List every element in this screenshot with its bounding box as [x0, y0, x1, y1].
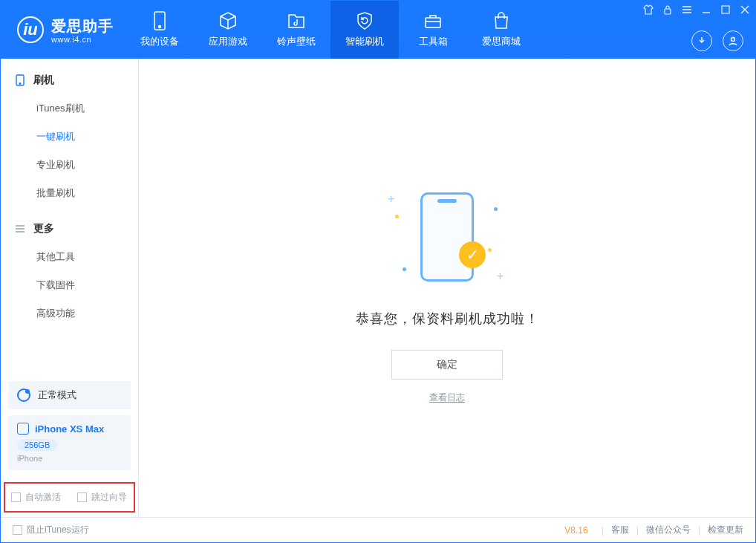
sidebar-item-oneclick-flash[interactable]: 一键刷机: [1, 123, 138, 151]
footer: 阻止iTunes运行 V8.16 | 客服 | 微信公众号 | 检查更新: [1, 517, 755, 542]
svg-point-5: [731, 38, 735, 42]
version-label: V8.16: [564, 525, 587, 536]
nav-label: 我的设备: [140, 35, 179, 48]
lock-icon[interactable]: [662, 4, 674, 16]
menu-icon[interactable]: [681, 4, 693, 16]
toolbox-icon: [423, 11, 443, 30]
sidebar-group-more: 更多: [1, 218, 138, 243]
sidebar-bottom: 正常模式 iPhone XS Max 256GB iPhone: [1, 377, 138, 481]
checkbox-icon: [11, 492, 21, 502]
sidebar-group-title: 更多: [33, 222, 54, 235]
phone-icon: [14, 74, 26, 86]
sidebar-item-download-firmware[interactable]: 下载固件: [1, 271, 138, 299]
nav-apps-games[interactable]: 应用游戏: [194, 1, 262, 59]
sidebar-group-title: 刷机: [33, 74, 54, 87]
svg-rect-2: [426, 18, 440, 27]
phone-icon: [420, 192, 474, 282]
app-title: 爱思助手: [51, 16, 114, 36]
sidebar-item-batch-flash[interactable]: 批量刷机: [1, 179, 138, 207]
view-log-link[interactable]: 查看日志: [429, 391, 465, 404]
sidebar-list-flash: iTunes刷机 一键刷机 专业刷机 批量刷机: [1, 94, 138, 207]
sidebar-item-itunes-flash[interactable]: iTunes刷机: [1, 94, 138, 123]
device-type: iPhone: [17, 454, 122, 463]
device-icon: [150, 11, 169, 30]
block-itunes-checkbox[interactable]: 阻止iTunes运行: [13, 524, 89, 536]
user-button[interactable]: [723, 30, 743, 51]
svg-rect-3: [665, 9, 671, 14]
nav-my-device[interactable]: 我的设备: [126, 1, 194, 59]
confirm-button[interactable]: 确定: [391, 350, 503, 380]
window-controls: [642, 4, 751, 16]
check-icon: ✓: [459, 241, 486, 268]
main-nav: 我的设备 应用游戏 铃声壁纸 智能刷机 工具箱 爱思商城: [126, 1, 535, 59]
checkbox-label: 阻止iTunes运行: [27, 524, 89, 536]
success-message: 恭喜您，保资料刷机成功啦！: [356, 310, 539, 328]
main-content: ++ ✓ 恭喜您，保资料刷机成功啦！ 确定 查看日志: [139, 59, 755, 517]
footer-right: V8.16 | 客服 | 微信公众号 | 检查更新: [564, 524, 743, 536]
sidebar-item-advanced[interactable]: 高级功能: [1, 299, 138, 328]
svg-point-7: [19, 83, 21, 85]
skip-guide-checkbox[interactable]: 跳过向导: [77, 491, 127, 504]
cube-icon: [218, 11, 238, 30]
options-highlight: 自动激活 跳过向导: [4, 482, 135, 513]
nav-label: 爱思商城: [482, 35, 521, 48]
auto-activate-checkbox[interactable]: 自动激活: [11, 491, 61, 504]
shirt-icon[interactable]: [642, 4, 654, 16]
header-actions: [691, 30, 743, 51]
checkbox-icon: [13, 525, 22, 535]
footer-link-support[interactable]: 客服: [611, 524, 629, 536]
nav-label: 应用游戏: [209, 35, 247, 48]
footer-link-wechat[interactable]: 微信公众号: [646, 524, 691, 536]
checkbox-icon: [77, 492, 87, 502]
mode-icon: [17, 388, 30, 402]
close-icon[interactable]: [739, 4, 751, 16]
nav-label: 工具箱: [419, 35, 448, 48]
nav-flash[interactable]: 智能刷机: [330, 1, 399, 59]
sidebar: 刷机 iTunes刷机 一键刷机 专业刷机 批量刷机 更多 其他工具 下载固件 …: [1, 59, 139, 517]
bag-icon: [492, 11, 511, 30]
maximize-icon[interactable]: [720, 4, 731, 16]
nav-ringtones[interactable]: 铃声壁纸: [262, 1, 330, 59]
sidebar-item-other-tools[interactable]: 其他工具: [1, 243, 138, 271]
app-subtitle: www.i4.cn: [51, 35, 114, 44]
app-logo: iu 爱思助手 www.i4.cn: [1, 16, 126, 44]
device-icon: [17, 423, 29, 435]
sidebar-item-pro-flash[interactable]: 专业刷机: [1, 151, 138, 179]
success-illustration: ++ ✓: [380, 185, 514, 289]
nav-toolbox[interactable]: 工具箱: [399, 1, 467, 59]
nav-store[interactable]: 爱思商城: [467, 1, 535, 59]
shield-refresh-icon: [355, 11, 374, 30]
svg-point-1: [159, 26, 161, 28]
checkbox-label: 跳过向导: [91, 491, 127, 504]
storage-badge: 256GB: [17, 439, 57, 451]
list-icon: [14, 223, 26, 235]
nav-label: 智能刷机: [345, 35, 384, 48]
svg-rect-4: [722, 6, 729, 13]
logo-icon: iu: [17, 16, 44, 43]
checkbox-label: 自动激活: [25, 491, 61, 504]
device-card[interactable]: iPhone XS Max 256GB iPhone: [8, 415, 131, 470]
minimize-icon[interactable]: [700, 4, 712, 16]
mode-label: 正常模式: [38, 388, 76, 402]
music-folder-icon: [287, 11, 306, 30]
device-name: iPhone XS Max: [35, 423, 104, 435]
app-window: iu 爱思助手 www.i4.cn 我的设备 应用游戏 铃声壁纸 智能刷机: [0, 0, 756, 543]
header: iu 爱思助手 www.i4.cn 我的设备 应用游戏 铃声壁纸 智能刷机: [1, 1, 755, 59]
sidebar-list-more: 其他工具 下载固件 高级功能: [1, 243, 138, 328]
download-button[interactable]: [691, 30, 712, 51]
mode-card[interactable]: 正常模式: [8, 381, 131, 409]
nav-label: 铃声壁纸: [277, 35, 316, 48]
footer-link-update[interactable]: 检查更新: [708, 524, 743, 536]
body: 刷机 iTunes刷机 一键刷机 专业刷机 批量刷机 更多 其他工具 下载固件 …: [1, 59, 755, 517]
sidebar-group-flash: 刷机: [1, 69, 138, 94]
